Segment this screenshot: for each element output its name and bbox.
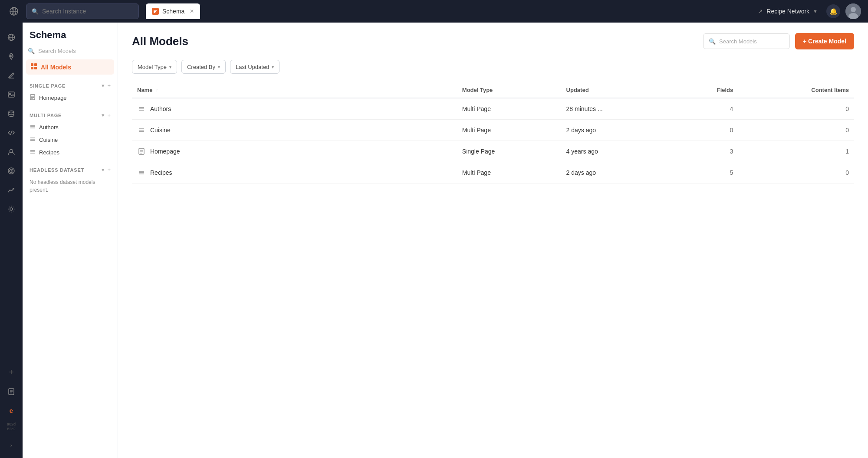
search-instance-box[interactable]: 🔍	[26, 3, 139, 19]
sidebar-item-homepage[interactable]: Homepage	[23, 92, 118, 104]
nav-chart-icon[interactable]	[3, 182, 19, 198]
models-table: Name ↑ Model Type Updated Fields Content…	[132, 82, 854, 183]
sidebar-all-models[interactable]: All Models	[26, 59, 114, 75]
cell-model-type: Multi Page	[457, 120, 561, 141]
svg-rect-31	[31, 67, 33, 69]
cell-model-type: Single Page	[457, 141, 561, 162]
cell-fields: 0	[674, 120, 738, 141]
schema-tab[interactable]: Schema ✕	[146, 3, 200, 19]
sidebar-section-headless-dataset: HEADLESS DATASET ▾ + No headless dataset…	[23, 164, 118, 196]
single-page-add-icon[interactable]: +	[107, 82, 111, 89]
schema-tab-label: Schema	[162, 8, 184, 15]
nav-edit-icon[interactable]	[3, 68, 19, 83]
table-row[interactable]: Recipes Multi Page 2 days ago 5 0	[132, 162, 854, 183]
search-models-box[interactable]: 🔍	[703, 33, 790, 49]
created-by-filter[interactable]: Created By ▾	[181, 60, 226, 74]
svg-rect-52	[139, 148, 144, 154]
cell-updated: 2 days ago	[561, 162, 674, 183]
version-badge: a82d 82c2	[7, 422, 16, 432]
sidebar-search[interactable]: 🔍	[23, 48, 118, 54]
nav-log-icon[interactable]	[3, 384, 19, 399]
nav-rocket-icon[interactable]	[3, 49, 19, 64]
headless-chevron-icon[interactable]: ▾	[102, 167, 105, 173]
svg-rect-7	[154, 12, 155, 13]
last-updated-filter-label: Last Updated	[236, 64, 269, 70]
tab-close-icon[interactable]: ✕	[190, 8, 194, 14]
sidebar-title: Schema	[23, 29, 118, 48]
nav-globe-icon[interactable]	[3, 29, 19, 45]
table-row[interactable]: Cuisine Multi Page 2 days ago 0 0	[132, 120, 854, 141]
single-page-chevron-icon[interactable]: ▾	[102, 82, 105, 89]
notification-bell[interactable]: 🔔	[826, 4, 840, 18]
main-content: All Models 🔍 + Create Model Model Type ▾…	[118, 23, 868, 458]
svg-point-9	[851, 7, 856, 12]
last-updated-filter[interactable]: Last Updated ▾	[230, 60, 279, 74]
nav-image-icon[interactable]	[3, 87, 19, 102]
global-nav-icon[interactable]	[7, 4, 21, 18]
cuisine-list-icon	[30, 136, 36, 144]
cell-fields: 3	[674, 141, 738, 162]
headless-empty-text: No headless dataset models present.	[23, 176, 118, 196]
headless-add-icon[interactable]: +	[107, 167, 111, 173]
single-page-actions: ▾ +	[102, 82, 111, 89]
search-models-icon: 🔍	[709, 38, 716, 45]
sidebar-search-input[interactable]	[38, 48, 112, 54]
single-page-header[interactable]: SINGLE PAGE ▾ +	[23, 80, 118, 92]
recipe-network-button[interactable]: ↗ Recipe Network ▼	[754, 6, 821, 16]
top-bar-left: 🔍	[7, 3, 139, 19]
multi-page-add-icon[interactable]: +	[107, 112, 111, 118]
nav-code-icon[interactable]	[3, 125, 19, 141]
homepage-doc-icon	[30, 94, 36, 101]
cell-content-items: 0	[738, 162, 854, 183]
multi-page-title: MULTI PAGE	[30, 113, 62, 118]
recipes-list-icon	[30, 149, 36, 156]
nav-database-icon[interactable]	[3, 106, 19, 121]
multi-page-actions: ▾ +	[102, 112, 111, 118]
sidebar-section-single-page: SINGLE PAGE ▾ + Homepage	[23, 80, 118, 104]
table-header-row: Name ↑ Model Type Updated Fields Content…	[132, 82, 854, 98]
svg-point-14	[10, 55, 12, 57]
table-row[interactable]: Authors Multi Page 28 minutes ... 4 0	[132, 98, 854, 120]
multi-page-header[interactable]: MULTI PAGE ▾ +	[23, 109, 118, 121]
create-model-button[interactable]: + Create Model	[795, 33, 854, 49]
search-models-input[interactable]	[719, 38, 784, 45]
nav-settings-icon[interactable]	[3, 201, 19, 217]
svg-rect-29	[31, 63, 33, 66]
single-page-title: SINGLE PAGE	[30, 83, 66, 88]
cell-content-items: 0	[738, 98, 854, 120]
headless-dataset-header[interactable]: HEADLESS DATASET ▾ +	[23, 164, 118, 176]
cell-fields: 4	[674, 98, 738, 120]
created-by-chevron-icon: ▾	[218, 65, 220, 69]
nav-users-icon[interactable]	[3, 144, 19, 160]
search-instance-input[interactable]	[42, 8, 133, 15]
nav-add-icon[interactable]: +	[3, 365, 19, 380]
authors-label: Authors	[39, 124, 59, 131]
sidebar-search-icon: 🔍	[28, 48, 35, 54]
svg-rect-5	[154, 10, 157, 11]
sidebar-item-recipes[interactable]: Recipes	[23, 146, 118, 159]
col-name[interactable]: Name ↑	[132, 82, 457, 98]
top-bar-right: ↗ Recipe Network ▼ 🔔	[754, 3, 861, 19]
recipe-network-label: Recipe Network	[766, 8, 809, 15]
cell-content-items: 0	[738, 120, 854, 141]
sidebar-item-authors[interactable]: Authors	[23, 121, 118, 134]
cell-model-type: Multi Page	[457, 98, 561, 120]
all-models-icon	[30, 63, 37, 71]
last-updated-chevron-icon: ▾	[272, 65, 274, 69]
list-icon	[137, 126, 146, 134]
table-row[interactable]: Homepage Single Page 4 years ago 3 1	[132, 141, 854, 162]
sidebar-item-cuisine[interactable]: Cuisine	[23, 134, 118, 146]
user-avatar[interactable]	[845, 3, 861, 19]
filters-row: Model Type ▾ Created By ▾ Last Updated ▾	[132, 60, 854, 74]
model-type-filter[interactable]: Model Type ▾	[132, 60, 177, 74]
doc-icon	[137, 147, 146, 156]
expand-nav-button[interactable]: ›	[5, 439, 17, 451]
svg-line-19	[10, 131, 12, 135]
cell-updated: 2 days ago	[561, 120, 674, 141]
cell-content-items: 1	[738, 141, 854, 162]
nav-plugin-icon[interactable]: e	[3, 403, 19, 419]
col-updated: Updated	[561, 82, 674, 98]
nav-target-icon[interactable]	[3, 163, 19, 179]
multi-page-chevron-icon[interactable]: ▾	[102, 112, 105, 118]
list-icon	[137, 105, 146, 113]
